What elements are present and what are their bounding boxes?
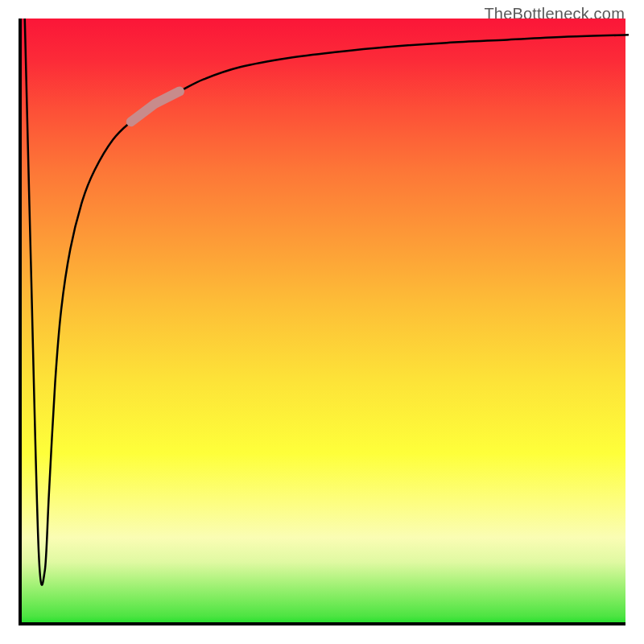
plot-area xyxy=(19,19,625,625)
bottleneck-chart: TheBottleneck.com xyxy=(0,0,644,644)
curve-svg xyxy=(22,19,629,625)
highlight-segment xyxy=(131,91,180,122)
main-curve xyxy=(25,19,629,585)
